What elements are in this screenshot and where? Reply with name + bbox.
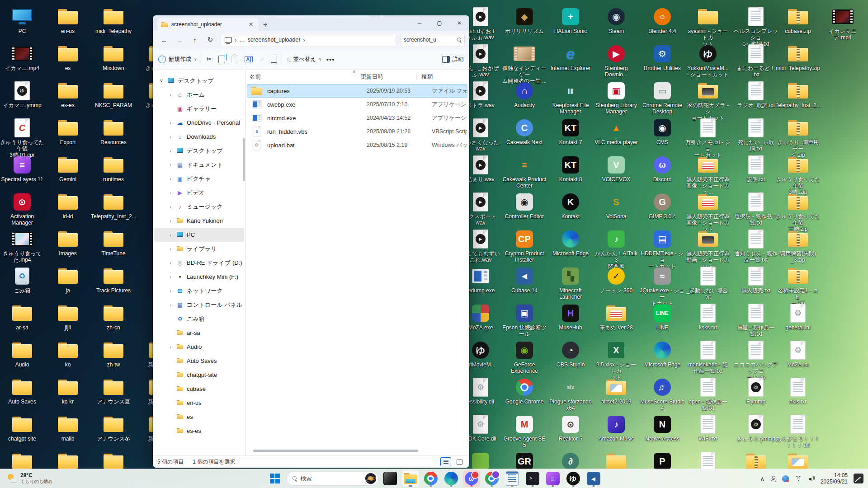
desktop-icon[interactable]: Resources	[91, 118, 136, 145]
desktop-icon[interactable]: 無人販売不正行為 画像 - ショートカッ...	[685, 155, 731, 195]
details-pane-button[interactable]: 詳細	[442, 56, 464, 63]
delete-icon[interactable]	[271, 56, 277, 63]
desktop-icon[interactable]: Google Chrome	[502, 378, 547, 405]
desktop-icon[interactable]: 家の防犯カメラ - シ ョートカット	[685, 81, 731, 121]
desktop-icon[interactable]: ありがとう！！！ ！！！.txt	[775, 415, 821, 448]
tray-overflow-icon[interactable]: ∧	[760, 475, 764, 482]
yukkuri-movie-maker-icon[interactable]: ゆ	[565, 470, 582, 487]
desktop-icon[interactable]: GGIMP 3.0.4	[640, 192, 685, 220]
dark-app-icon[interactable]	[382, 470, 399, 487]
desktop-icon[interactable]: きゅうり食ってた午後 三時.zip	[775, 192, 821, 232]
desktop-icon[interactable]: SVoiSona	[594, 192, 639, 220]
list-view-button[interactable]	[440, 457, 451, 466]
desktop-icon[interactable]: 名称未設定1 - コピ ー.zip	[775, 267, 821, 306]
tree-chevron-icon[interactable]: ›	[168, 218, 173, 224]
desktop-icon[interactable]: manisekarin - 親 作品一覧.txt	[685, 341, 731, 374]
volume-icon[interactable]	[808, 476, 815, 482]
desktop-icon[interactable]: ♪Amazon Music	[594, 415, 639, 442]
taskbar-search-box[interactable]: 検索	[287, 471, 378, 486]
desktop-icon[interactable]: cubase.zip	[775, 7, 821, 34]
tree-item[interactable]: en-us	[154, 396, 244, 410]
desktop-icon[interactable]: ゆきゅうり.ymmp	[733, 415, 778, 442]
desktop-icon[interactable]: Telepathy_Inst_2...	[91, 192, 136, 220]
desktop-icon[interactable]: ||||Keepforest File Manager	[548, 81, 593, 115]
tree-item[interactable]: cubase	[154, 382, 244, 396]
desktop-icon[interactable]: WIFI.txt	[685, 415, 731, 442]
desktop-icon[interactable]: ▲VLC media player	[594, 118, 639, 145]
desktop-icon[interactable]: ∩Audacity	[502, 81, 547, 108]
desktop-icon[interactable]: ◉CMS	[640, 118, 685, 145]
desktop-icon[interactable]: sfzPlogue sforzando x64	[548, 378, 593, 411]
desktop-icon[interactable]: Track Pictures	[91, 267, 136, 294]
tree-item[interactable]: ›▦コントロール パネル	[154, 298, 244, 312]
tree-item[interactable]: ›▤ドキュメント	[154, 158, 244, 172]
desktop-icon[interactable]: ラジオ_歌詞.txt	[733, 81, 778, 108]
desktop-icon[interactable]: ja	[45, 267, 90, 294]
file-row[interactable]: nircmd.exe2024/04/23 14:52アプリケーション	[247, 111, 467, 125]
desktop-icon[interactable]: NKSC_PARAM	[91, 81, 136, 108]
desktop-icon[interactable]: ゆイカマニ.ymmp	[0, 81, 45, 108]
tree-chevron-icon[interactable]: ›	[168, 162, 173, 168]
tree-item[interactable]: ›⌂ホーム	[154, 88, 244, 102]
desktop-icon[interactable]: midi_Telepathy	[91, 7, 136, 34]
desktop-icon[interactable]: 無題 - 親作品一 覧.txt	[733, 304, 778, 337]
desktop-icon[interactable]: zh-tw	[91, 341, 136, 368]
ime-pen-icon[interactable]	[854, 474, 863, 483]
desktop-icon[interactable]: ▶Steinberg Downlo...	[594, 44, 639, 78]
maximize-button[interactable]: ▢	[429, 15, 449, 31]
desktop-icon[interactable]: TimeTune	[91, 230, 136, 257]
desktop-icon[interactable]: ○Blender 4.4	[640, 7, 685, 34]
desktop-icon[interactable]: 万引きメモ.txt - ショ ートカット	[685, 118, 731, 158]
desktop-icon[interactable]: 通知うぜえ - 親作 品一覧.txt	[733, 230, 778, 263]
desktop-icon[interactable]: airset2-2019	[594, 378, 639, 405]
minimize-button[interactable]: ─	[410, 15, 429, 31]
desktop-icon[interactable]: ◆ポリリリリズム	[502, 7, 547, 34]
desktop-icon[interactable]: 無人販売不正行為 動画 - ショートカット	[685, 230, 731, 269]
tree-chevron-icon[interactable]: ›	[168, 302, 173, 308]
desktop-icon[interactable]: HMuseHub	[548, 304, 593, 331]
tree-chevron-icon[interactable]: ›	[168, 246, 173, 252]
horizontal-scrollbar[interactable]	[253, 450, 418, 452]
desktop-icon[interactable]: Microsoft Edge	[640, 341, 685, 368]
spectralayers-icon[interactable]: ≡	[544, 470, 561, 487]
desktop-icon[interactable]: きゅうり食ってた.mp4	[0, 230, 45, 263]
desktop-icon[interactable]: MGroove Agent SE 5	[502, 415, 547, 448]
desktop-icon[interactable]: イカマニ.mp4	[0, 44, 45, 71]
desktop-icon[interactable]: ♪かんたん！AITalk 3 関西風	[594, 230, 639, 269]
start-button[interactable]	[266, 470, 283, 487]
desktop-icon[interactable]: Export	[45, 118, 90, 145]
desktop-icon[interactable]: ゆYukkuriMovieM... - ショートカット	[685, 44, 731, 78]
more-options-icon[interactable]: •••	[326, 56, 335, 63]
tree-item[interactable]: ›▶ビデオ	[154, 186, 244, 200]
tree-item[interactable]: ▣ギャラリー	[154, 102, 244, 116]
new-tab-button[interactable]: +	[263, 21, 267, 29]
chrome-icon[interactable]	[422, 470, 439, 487]
desktop-icon[interactable]: Microsoft Edge	[548, 230, 593, 257]
desktop-icon[interactable]: ◉Controller Editor	[502, 192, 547, 220]
refresh-button[interactable]: ↻	[203, 33, 217, 46]
notepad-icon[interactable]	[504, 470, 521, 487]
desktop-icon[interactable]: PC	[0, 7, 45, 34]
back-button[interactable]: ←	[157, 33, 171, 46]
desktop-icon[interactable]: 調声練習(失敗) _3.zip	[775, 230, 821, 263]
desktop-icon[interactable]: runtimes	[91, 155, 136, 183]
chrome-profile-icon[interactable]	[483, 470, 500, 487]
tree-item[interactable]: ›▪Launchkey Mini (F:)	[154, 270, 244, 284]
tree-item[interactable]: ∨デスクトップ	[154, 74, 244, 88]
column-header-name[interactable]: 名前	[250, 73, 356, 80]
desktop-icon[interactable]: きゅうり_調声用デー タ.zip	[775, 118, 821, 158]
terminal-icon[interactable]: >_	[524, 470, 541, 487]
breadcrumb[interactable]: › … screenshot_uploader ›	[221, 33, 397, 47]
desktop-icon[interactable]: ▣Epson 接続診断ツ ール	[502, 304, 547, 337]
tab-close-icon[interactable]: ✕	[247, 21, 255, 28]
desktop-icon[interactable]: 無人販売不正行為 画像 - ショートカット	[685, 192, 731, 232]
tree-chevron-icon[interactable]: ›	[168, 92, 173, 98]
tree-item[interactable]: ›⊞ネットワーク	[154, 284, 244, 298]
desktop-icon[interactable]: 孤独なインディーゲー ム開発者の一生 ...	[502, 44, 547, 84]
desktop-icon[interactable]: NNative Access	[640, 415, 685, 442]
desktop-icon[interactable]: ▣Steinberg Library Manager	[594, 81, 639, 115]
tree-chevron-icon[interactable]: ∨	[159, 78, 164, 84]
tree-chevron-icon[interactable]: ›	[168, 134, 173, 140]
desktop-icon[interactable]: ≡Cakewalk Product Center	[502, 155, 547, 189]
breadcrumb-folder[interactable]: screenshot_uploader	[248, 37, 301, 43]
